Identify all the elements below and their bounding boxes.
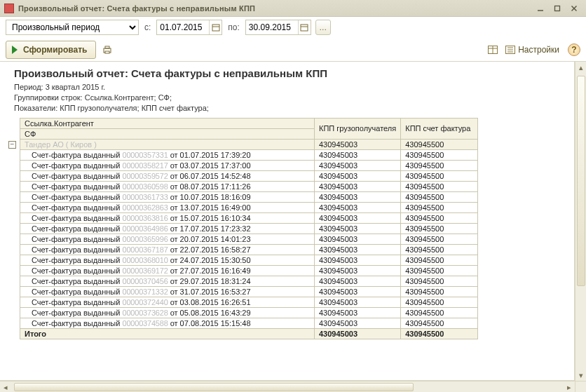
to-label: по: bbox=[226, 22, 241, 32]
cell-kpp2: 430945500 bbox=[401, 212, 478, 223]
svg-rect-4 bbox=[212, 25, 219, 31]
calendar-icon[interactable] bbox=[298, 20, 311, 34]
cell-doc: Счет-фактура выданный 00000363816 от 15.… bbox=[20, 212, 315, 223]
cell-doc: Счет-фактура выданный 00000371332 от 31.… bbox=[20, 286, 315, 297]
cell-doc: Счет-фактура выданный 00000358217 от 03.… bbox=[20, 160, 315, 170]
scroll-left-icon[interactable]: ◂ bbox=[0, 381, 11, 392]
table-row[interactable]: Счет-фактура выданный 00000371332 от 31.… bbox=[20, 286, 478, 297]
svg-rect-1 bbox=[555, 6, 560, 11]
date-from-field[interactable] bbox=[156, 20, 222, 35]
cell-doc: Счет-фактура выданный 00000368010 от 24.… bbox=[20, 255, 315, 265]
table-group-row[interactable]: Тандер АО ( Киров ) 430945003 430945500 bbox=[20, 139, 478, 149]
cell-doc: Счет-фактура выданный 00000365996 от 20.… bbox=[20, 234, 315, 244]
tree-expander[interactable]: − bbox=[8, 141, 16, 149]
cell-kpp1: 430945003 bbox=[315, 202, 401, 212]
table-row[interactable]: Счет-фактура выданный 00000368010 от 24.… bbox=[20, 255, 478, 265]
cell-kpp1: 430945003 bbox=[315, 212, 401, 223]
cell-kpp2: 430945500 bbox=[401, 160, 478, 170]
table-icon[interactable] bbox=[486, 43, 500, 57]
print-button[interactable] bbox=[100, 43, 114, 57]
period-picker-button[interactable]: … bbox=[315, 20, 331, 35]
table-row[interactable]: Счет-фактура выданный 00000364986 от 17.… bbox=[20, 223, 478, 234]
report-area: Произвольный отчет: Счета фактуры с непр… bbox=[0, 62, 586, 392]
calendar-icon[interactable] bbox=[209, 20, 222, 34]
titlebar: Произвольный отчет: Счета фактуры с непр… bbox=[0, 0, 586, 17]
table-row[interactable]: Счет-фактура выданный 00000358217 от 03.… bbox=[20, 160, 478, 170]
scroll-down-icon[interactable]: ▾ bbox=[575, 370, 586, 381]
play-icon bbox=[12, 46, 18, 54]
cell-kpp1: 430945003 bbox=[315, 307, 401, 318]
filter-toolbar: Произвольный период с: по: … bbox=[0, 17, 586, 38]
cell-kpp1: 430945003 bbox=[315, 181, 401, 191]
col-header[interactable]: КПП грузополучателя bbox=[315, 118, 401, 139]
cell-doc: Счет-фактура выданный 00000367187 от 22.… bbox=[20, 244, 315, 255]
cell-kpp2: 430945500 bbox=[401, 307, 478, 318]
table-row[interactable]: Счет-фактура выданный 00000369172 от 27.… bbox=[20, 265, 478, 276]
counterparty-name: Тандер АО ( Киров ) bbox=[25, 140, 97, 149]
table-row[interactable]: Счет-фактура выданный 00000372440 от 03.… bbox=[20, 297, 478, 307]
cell-kpp2: 430945500 bbox=[401, 244, 478, 255]
cell-kpp1: 430945003 bbox=[315, 318, 401, 328]
table-row[interactable]: Счет-фактура выданный 00000359572 от 06.… bbox=[20, 170, 478, 181]
total-kpp1: 430945003 bbox=[315, 328, 401, 339]
cell-kpp1: 430945003 bbox=[315, 286, 401, 297]
col-header[interactable]: КПП счет фактура bbox=[401, 118, 478, 139]
cell-kpp2: 430945500 bbox=[401, 255, 478, 265]
cell-kpp1: 430945003 bbox=[315, 170, 401, 181]
cell-doc: Счет-фактура выданный 00000361733 от 10.… bbox=[20, 191, 315, 202]
cell-doc: Счет-фактура выданный 00000362863 от 13.… bbox=[20, 202, 315, 212]
scroll-thumb[interactable] bbox=[14, 383, 414, 391]
cell-doc: Счет-фактура выданный 00000374588 от 07.… bbox=[20, 318, 315, 328]
table-row[interactable]: Счет-фактура выданный 00000363816 от 15.… bbox=[20, 212, 478, 223]
table-row[interactable]: Счет-фактура выданный 00000361733 от 10.… bbox=[20, 191, 478, 202]
scroll-right-icon[interactable]: ▸ bbox=[564, 381, 575, 392]
cell-kpp2: 430945500 bbox=[401, 139, 478, 149]
cell-kpp1: 430945003 bbox=[315, 276, 401, 286]
table-row[interactable]: Счет-фактура выданный 00000370456 от 29.… bbox=[20, 276, 478, 286]
table-row[interactable]: Счет-фактура выданный 00000357331 от 01.… bbox=[20, 149, 478, 160]
report-meta: Период: 3 квартал 2015 г. Группировки ст… bbox=[14, 82, 567, 114]
cell-kpp2: 430945500 bbox=[401, 318, 478, 328]
settings-label: Настройки bbox=[518, 45, 559, 55]
col-header[interactable]: СФ bbox=[20, 128, 315, 139]
cell-kpp2: 430945500 bbox=[401, 149, 478, 160]
scroll-thumb[interactable] bbox=[577, 76, 585, 286]
cell-doc: Счет-фактура выданный 00000360598 от 08.… bbox=[20, 181, 315, 191]
cell-kpp1: 430945003 bbox=[315, 234, 401, 244]
date-to-input[interactable] bbox=[246, 20, 298, 34]
table-row[interactable]: Счет-фактура выданный 00000373628 от 05.… bbox=[20, 307, 478, 318]
cell-doc: Счет-фактура выданный 00000357331 от 01.… bbox=[20, 149, 315, 160]
table-row[interactable]: Счет-фактура выданный 00000365996 от 20.… bbox=[20, 234, 478, 244]
close-button[interactable] bbox=[566, 3, 582, 14]
table-row[interactable]: Счет-фактура выданный 00000374588 от 07.… bbox=[20, 318, 478, 328]
date-to-field[interactable] bbox=[245, 20, 311, 35]
cell-kpp2: 430945500 bbox=[401, 297, 478, 307]
cell-kpp2: 430945500 bbox=[401, 170, 478, 181]
table-row[interactable]: Счет-фактура выданный 00000360598 от 08.… bbox=[20, 181, 478, 191]
cell-kpp1: 430945003 bbox=[315, 265, 401, 276]
total-kpp2: 430945500 bbox=[401, 328, 478, 339]
date-from-input[interactable] bbox=[157, 20, 209, 34]
svg-rect-9 bbox=[105, 46, 109, 48]
help-button[interactable]: ? bbox=[568, 43, 580, 56]
table-row[interactable]: Счет-фактура выданный 00000367187 от 22.… bbox=[20, 244, 478, 255]
report-title: Произвольный отчет: Счета фактуры с непр… bbox=[14, 67, 567, 79]
period-select[interactable]: Произвольный период bbox=[6, 20, 139, 35]
form-button[interactable]: Сформировать bbox=[6, 41, 96, 59]
vertical-scrollbar[interactable]: ▴ ▾ bbox=[575, 62, 586, 381]
cell-doc: Счет-фактура выданный 00000370456 от 29.… bbox=[20, 276, 315, 286]
cell-doc: Счет-фактура выданный 00000369172 от 27.… bbox=[20, 265, 315, 276]
form-button-label: Сформировать bbox=[23, 45, 87, 55]
horizontal-scrollbar[interactable]: ◂ ▸ bbox=[0, 381, 575, 392]
cell-kpp2: 430945500 bbox=[401, 202, 478, 212]
cell-kpp1: 430945003 bbox=[315, 297, 401, 307]
minimize-button[interactable] bbox=[533, 3, 548, 14]
cell-kpp2: 430945500 bbox=[401, 191, 478, 202]
maximize-button[interactable] bbox=[550, 3, 565, 14]
table-row[interactable]: Счет-фактура выданный 00000362863 от 13.… bbox=[20, 202, 478, 212]
cell-doc: Счет-фактура выданный 00000359572 от 06.… bbox=[20, 170, 315, 181]
settings-button[interactable]: Настройки bbox=[504, 45, 561, 55]
col-header[interactable]: Ссылка.Контрагент bbox=[20, 118, 315, 128]
window-title: Произвольный отчет: Счета фактуры с непр… bbox=[18, 4, 255, 13]
scroll-up-icon[interactable]: ▴ bbox=[575, 62, 586, 73]
